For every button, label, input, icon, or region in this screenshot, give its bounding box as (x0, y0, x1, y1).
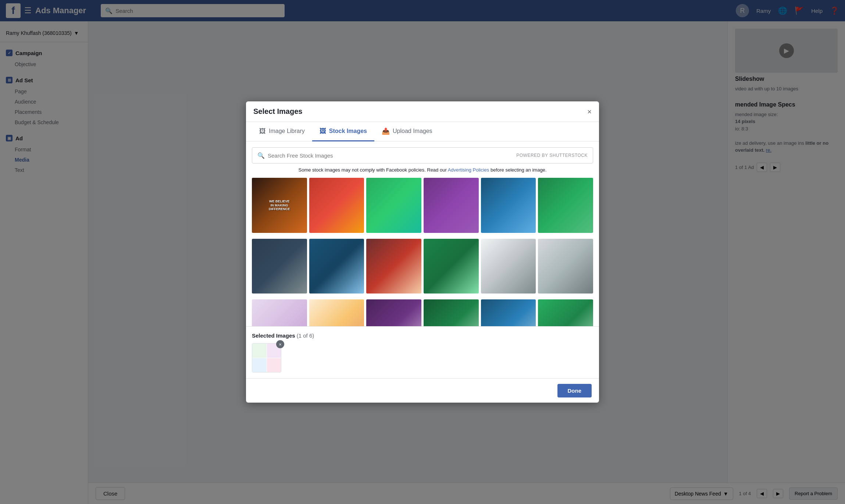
modal-title: Select Images (253, 107, 302, 116)
advertising-policies-link[interactable]: Advertising Policies (448, 167, 489, 173)
warning-text: Some stock images may not comply with Fa… (299, 167, 448, 173)
stock-image-13[interactable] (252, 299, 307, 326)
tab-stock-images[interactable]: 🖼 Stock Images (312, 122, 374, 141)
selected-label: Selected Images (252, 332, 295, 339)
tab-image-library[interactable]: 🖼 Image Library (252, 122, 312, 141)
stock-image-1[interactable]: WE BELIEVE IN MAKING DIFFERENCE (252, 178, 307, 233)
stock-image-16[interactable] (424, 299, 479, 326)
mosaic-cell-4 (267, 358, 281, 372)
modal-body: 🔍 POWERED BY SHUTTERSTOCK Some stock ima… (246, 141, 599, 326)
modal-close-button[interactable]: × (587, 108, 592, 115)
stock-search-bar[interactable]: 🔍 POWERED BY SHUTTERSTOCK (252, 147, 593, 163)
stock-image-8[interactable] (309, 239, 364, 294)
powered-by-label: POWERED BY SHUTTERSTOCK (516, 153, 588, 158)
stock-image-14[interactable] (309, 299, 364, 326)
policy-warning: Some stock images may not comply with Fa… (252, 167, 593, 173)
selected-thumbnail-1: × (252, 343, 281, 372)
stock-image-17[interactable] (481, 299, 536, 326)
stock-image-5[interactable] (481, 178, 536, 233)
stock-image-3[interactable] (366, 178, 421, 233)
mosaic-cell-1 (252, 343, 267, 358)
image-mosaic (252, 343, 281, 372)
stock-image-7[interactable] (252, 239, 307, 294)
stock-search-input[interactable] (268, 152, 516, 159)
stock-image-11[interactable] (481, 239, 536, 294)
stock-image-9[interactable] (366, 239, 421, 294)
tab-upload-images-label: Upload Images (393, 128, 432, 134)
tab-stock-images-label: Stock Images (329, 128, 367, 134)
upload-images-icon: 📤 (382, 127, 390, 135)
stock-image-12[interactable] (538, 239, 593, 294)
stock-images-icon: 🖼 (320, 127, 326, 135)
stock-image-4[interactable] (424, 178, 479, 233)
selected-count: (1 of 6) (297, 332, 314, 339)
image-grid-row2 (252, 239, 593, 294)
modal-tabs: 🖼 Image Library 🖼 Stock Images 📤 Upload … (246, 122, 599, 141)
warning-suffix: before selecting an image. (491, 167, 546, 173)
selected-images-section: Selected Images (1 of 6) × (246, 326, 599, 378)
mosaic-cell-3 (252, 358, 267, 372)
modal-overlay: Select Images × 🖼 Image Library 🖼 Stock … (0, 0, 845, 504)
image-library-icon: 🖼 (259, 127, 266, 135)
tab-image-library-label: Image Library (269, 128, 305, 134)
selected-thumbnails-list: × (252, 343, 593, 372)
modal-header: Select Images × (246, 101, 599, 122)
image-overlay-text-1: WE BELIEVE IN MAKING DIFFERENCE (265, 198, 293, 213)
search-icon: 🔍 (257, 152, 265, 159)
image-grid-row3 (252, 299, 593, 326)
stock-image-10[interactable] (424, 239, 479, 294)
stock-image-6[interactable] (538, 178, 593, 233)
stock-image-2[interactable] (309, 178, 364, 233)
image-grid-row1: WE BELIEVE IN MAKING DIFFERENCE (252, 178, 593, 233)
selected-images-header: Selected Images (1 of 6) (252, 332, 593, 339)
tab-upload-images[interactable]: 📤 Upload Images (374, 122, 440, 141)
done-button[interactable]: Done (557, 384, 592, 397)
stock-image-18[interactable] (538, 299, 593, 326)
select-images-modal: Select Images × 🖼 Image Library 🖼 Stock … (246, 101, 599, 403)
modal-footer: Done (246, 378, 599, 403)
selected-image-preview (252, 343, 281, 372)
remove-selected-image-button[interactable]: × (276, 340, 284, 348)
stock-image-15[interactable] (366, 299, 421, 326)
